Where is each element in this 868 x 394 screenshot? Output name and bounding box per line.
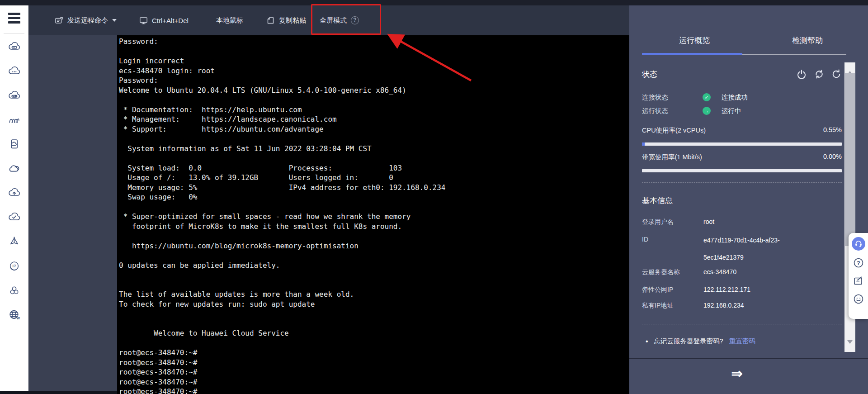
window-top-strip — [0, 0, 868, 5]
cloud-upload-icon — [7, 186, 21, 200]
running-status-label: 运行状态 — [642, 107, 668, 115]
public-ip-value: 122.112.212.171 — [703, 286, 750, 293]
terminal-output: Password: Login incorrect ecs-348470 log… — [117, 35, 629, 394]
help-center-button[interactable]: ? — [849, 257, 868, 269]
connection-status-value: 连接成功 — [722, 93, 748, 102]
server-id-label: ID — [642, 236, 648, 243]
sidebar-item-cloud-upload[interactable] — [7, 186, 21, 200]
remote-console-window: 发送远程命令 Ctrl+Alt+Del 本地鼠标 复制粘贴 — [0, 0, 868, 394]
ip-badge-icon: IP — [7, 259, 21, 273]
cpu-usage-fill — [642, 142, 645, 146]
running-badge-icon: → — [703, 107, 711, 115]
power-button[interactable] — [796, 69, 807, 81]
ctrl-alt-del-button[interactable]: Ctrl+Alt+Del — [139, 5, 189, 35]
sidebar-divider — [4, 33, 24, 34]
cloud-check-icon — [7, 210, 21, 224]
running-status-value: 运行中 — [722, 107, 741, 115]
panel-footer: ⇒ — [629, 358, 868, 394]
server-name-value: ecs-348470 — [703, 268, 736, 275]
bullet-icon: • — [646, 337, 648, 346]
cluster-icon — [7, 284, 21, 298]
svg-text:w: w — [16, 315, 20, 320]
sidebar-item-cloud-check[interactable] — [7, 210, 21, 224]
copy-paste-label: 复制粘贴 — [279, 16, 306, 25]
sidebar-item-document-cloud[interactable] — [7, 137, 21, 151]
scroll-down-button[interactable] — [844, 342, 855, 352]
sidebar-item-double-cloud[interactable] — [7, 161, 21, 176]
private-ip-value: 192.168.0.234 — [703, 302, 744, 309]
private-ip-label: 私有IP地址 — [642, 302, 673, 310]
login-user-label: 登录用户名 — [642, 218, 674, 226]
refresh-icon — [831, 69, 842, 80]
refresh-button[interactable] — [830, 69, 842, 81]
reset-password-link[interactable]: 重置密码 — [729, 337, 755, 346]
tab-detect-help[interactable]: 检测帮助 — [792, 35, 823, 46]
tab-run-overview[interactable]: 运行概览 — [679, 35, 710, 46]
document-cloud-icon — [7, 137, 21, 151]
bandwidth-usage-meter — [642, 169, 842, 172]
cpu-usage-label: CPU使用率(2 vCPUs) — [642, 126, 706, 135]
forgot-password-text: 忘记云服务器登录密码? — [654, 337, 723, 346]
cloud-dashboard-icon — [7, 89, 21, 103]
bandwidth-usage-value: 0.00% — [823, 153, 842, 160]
public-ip-label: 弹性公网IP — [642, 286, 673, 294]
sidebar-item-prism[interactable] — [7, 235, 21, 249]
annotation-highlight-box — [311, 4, 381, 35]
helper-toolbar: ? — [849, 233, 868, 319]
scrollbar-thumb[interactable] — [845, 73, 855, 246]
status-heading: 状态 — [642, 69, 657, 80]
svg-text:?: ? — [857, 260, 860, 266]
menu-toggle-button[interactable] — [8, 13, 20, 24]
feedback-button[interactable] — [849, 275, 868, 287]
cpu-usage-meter — [642, 142, 842, 146]
ctrl-alt-del-label: Ctrl+Alt+Del — [152, 17, 189, 24]
section-divider — [642, 324, 842, 324]
sync-button[interactable] — [813, 69, 825, 81]
vnc-terminal-screen[interactable]: Password: Login incorrect ecs-348470 log… — [117, 35, 629, 394]
send-remote-command-label: 发送远程命令 — [67, 16, 108, 25]
collapse-panel-button[interactable]: ⇒ — [629, 365, 844, 382]
sidebar-item-globe[interactable]: w — [7, 308, 21, 322]
server-id-value: e477d119-70d1-4c4b-af23-5ec1f4e21379 — [703, 232, 798, 266]
sidebar-item-cloud-server[interactable] — [7, 40, 21, 54]
question-icon: ? — [853, 257, 864, 269]
feedback-icon — [853, 275, 864, 287]
local-mouse-button[interactable]: 本地鼠标 — [216, 5, 243, 35]
support-button[interactable] — [849, 237, 868, 251]
password-hint: • 忘记云服务器登录密码? 重置密码 — [646, 337, 755, 346]
headset-icon — [852, 237, 865, 251]
chevron-down-icon — [112, 19, 117, 22]
send-remote-command-button[interactable]: 发送远程命令 — [55, 5, 117, 35]
connection-status-label: 连接状态 — [642, 93, 668, 102]
satisfaction-button[interactable] — [849, 293, 868, 305]
local-mouse-label: 本地鼠标 — [216, 16, 243, 25]
server-name-label: 云服务器名称 — [642, 268, 680, 276]
cloud-server-icon — [7, 40, 21, 54]
sidebar-item-waves[interactable] — [7, 113, 21, 127]
monitor-icon — [139, 16, 148, 25]
check-badge-icon: ✓ — [703, 93, 711, 101]
scroll-up-button[interactable] — [844, 62, 855, 72]
sidebar-item-cloud-dots[interactable] — [7, 64, 21, 78]
clipboard-icon — [266, 16, 275, 25]
section-divider — [642, 182, 842, 183]
sidebar-item-cloud-dashboard[interactable] — [7, 89, 21, 103]
login-user-value: root — [703, 218, 714, 225]
globe-icon: w — [7, 308, 21, 322]
cpu-usage-value: 0.55% — [823, 126, 842, 133]
power-icon — [796, 69, 807, 80]
svg-text:IP: IP — [12, 264, 16, 268]
sidebar-item-ip-badge[interactable]: IP — [7, 259, 21, 273]
sync-icon — [814, 69, 825, 80]
cloud-dots-icon — [7, 64, 21, 78]
copy-paste-button[interactable]: 复制粘贴 — [266, 5, 306, 35]
prism-icon — [7, 235, 21, 249]
double-cloud-icon — [7, 161, 21, 176]
sidebar-item-cluster[interactable] — [7, 284, 21, 298]
smiley-icon — [853, 293, 864, 305]
basic-info-heading: 基本信息 — [642, 195, 673, 206]
waves-icon — [7, 113, 21, 127]
service-sidebar: IP w — [0, 5, 28, 391]
annotation-arrow — [375, 26, 479, 85]
tab-active-indicator — [642, 53, 742, 55]
